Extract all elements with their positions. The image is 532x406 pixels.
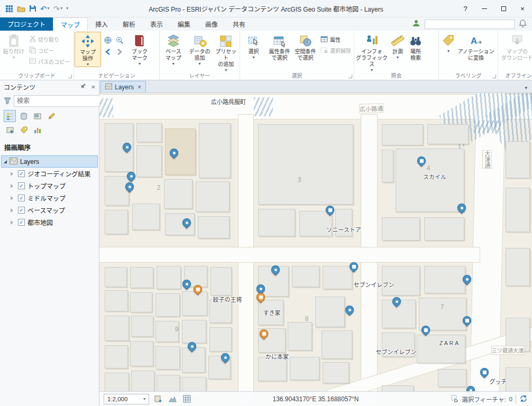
attributes-button[interactable]: 属性: [318, 34, 353, 45]
save-icon[interactable]: [29, 5, 36, 12]
map-tab-layers[interactable]: Layers ×: [100, 81, 146, 93]
layer-checkbox[interactable]: ✓: [18, 195, 25, 201]
measure-button[interactable]: 計測 ▾: [389, 32, 407, 60]
signed-in-user-icon[interactable]: [412, 19, 420, 29]
dialog-launcher-icon[interactable]: [68, 75, 72, 78]
paste-icon: [7, 33, 20, 49]
ribbon-group-clipboard: 貼り付け ▾ 切り取り コピー パスのコピー クリップボード: [0, 31, 74, 80]
tab-project[interactable]: プロジェクト: [0, 17, 53, 31]
scale-combobox[interactable]: 1:2,000 ▾: [104, 394, 149, 404]
list-by-selection-button[interactable]: [31, 110, 43, 122]
cut-button[interactable]: 切り取り: [27, 34, 72, 45]
map-building: [105, 210, 128, 234]
expander-icon[interactable]: [11, 208, 15, 213]
layer-checkbox[interactable]: ✓: [18, 182, 25, 189]
layer-item[interactable]: ✓ベースマップ: [1, 204, 98, 216]
add-data-label: データの 追加: [189, 49, 210, 61]
tab-share[interactable]: 共有: [225, 17, 253, 31]
fixed-zoom-in-button[interactable]: [114, 35, 125, 45]
expander-icon[interactable]: [4, 160, 7, 163]
tab-analysis[interactable]: 解析: [115, 17, 143, 31]
edit-pencil-button[interactable]: [45, 110, 57, 122]
expander-icon[interactable]: [11, 172, 15, 176]
bookmark-add-icon[interactable]: [153, 394, 163, 404]
tab-insert[interactable]: 挿入: [88, 17, 115, 31]
dialog-launcher-icon[interactable]: [492, 75, 496, 78]
sync-views-icon[interactable]: [167, 394, 178, 404]
refresh-icon[interactable]: [519, 394, 528, 404]
place-pin[interactable]: [344, 304, 356, 316]
explore-label: マップ 操作: [80, 49, 96, 62]
scale-value: 1:2,000: [107, 396, 127, 402]
clear-selection-button[interactable]: 選択解除: [318, 45, 353, 56]
previous-extent-button[interactable]: [103, 47, 113, 57]
layer-checkbox[interactable]: ✓: [18, 219, 25, 226]
locate-button[interactable]: 場所 検索: [407, 32, 425, 61]
layer-item[interactable]: ✓ミドルマップ: [1, 192, 98, 204]
dialog-launcher-icon[interactable]: [348, 75, 352, 78]
tab-edit[interactable]: 編集: [170, 17, 198, 31]
layer-checkbox[interactable]: ✓: [18, 170, 25, 177]
search-input[interactable]: [17, 97, 99, 105]
grid-icon[interactable]: [181, 394, 192, 404]
list-by-charts-button[interactable]: [31, 124, 43, 136]
infographics-button[interactable]: インフォ グラフィックス ▾: [355, 32, 389, 72]
copy-label: コピー: [38, 47, 54, 54]
labeling-button[interactable]: ▾: [439, 32, 457, 53]
expander-icon[interactable]: [11, 220, 15, 225]
project-icon[interactable]: [5, 5, 13, 13]
tab-map[interactable]: マップ: [53, 17, 88, 31]
layer-item-layers[interactable]: Layers: [1, 155, 98, 168]
tab-imagery[interactable]: 画像: [198, 17, 225, 31]
notifications-bell-icon[interactable]: [519, 19, 527, 29]
select-by-location-button[interactable]: 空間条件 で選択: [292, 32, 318, 61]
full-extent-button[interactable]: [103, 35, 113, 45]
add-preset-button[interactable]: プリセット の追加 ▾: [213, 32, 239, 72]
redo-button[interactable]: ↷▾: [53, 5, 63, 13]
selected-features-icon: [451, 395, 458, 403]
map-building: [323, 266, 352, 289]
list-by-source-button[interactable]: [17, 110, 30, 122]
filter-icon[interactable]: [4, 97, 11, 106]
list-by-labeling-button[interactable]: [17, 124, 30, 136]
cut-label: 切り取り: [38, 35, 59, 43]
explore-button[interactable]: マップ 操作 ▾: [75, 32, 101, 67]
open-project-icon[interactable]: [17, 5, 25, 12]
crosswalk-hatch: [474, 121, 501, 133]
convert-to-annotation-button[interactable]: A アノテーション に変換: [457, 32, 494, 61]
sign-in-status-box[interactable]: [425, 20, 515, 29]
list-by-drawing-order-button[interactable]: [4, 110, 16, 122]
add-data-button[interactable]: データの 追加 ▾: [187, 32, 213, 66]
copy-button[interactable]: コピー: [27, 45, 72, 56]
pin-pane-icon[interactable]: [80, 83, 86, 90]
layer-item[interactable]: ✓ジオコーディング結果: [1, 168, 98, 180]
close-pane-icon[interactable]: ×: [91, 83, 95, 91]
maximize-button[interactable]: [494, 0, 513, 17]
minimize-button[interactable]: [475, 0, 494, 17]
close-map-tab-icon[interactable]: ×: [137, 84, 141, 91]
download-map-button[interactable]: マップの ダウンロード: [499, 32, 532, 61]
map-building: [105, 267, 127, 287]
undo-button[interactable]: ↶▾: [40, 5, 50, 13]
map-building: [182, 320, 206, 343]
close-button[interactable]: ×: [513, 0, 532, 17]
paste-button[interactable]: 貼り付け ▾: [1, 32, 27, 60]
next-extent-button[interactable]: [114, 47, 125, 57]
customize-qat-button[interactable]: ▾: [66, 6, 68, 11]
layer-checkbox[interactable]: ✓: [18, 207, 25, 214]
layer-item[interactable]: ✓トップマップ: [1, 180, 98, 192]
expander-icon[interactable]: [11, 196, 15, 200]
layer-item[interactable]: ✓都市地図: [1, 216, 98, 228]
select-by-attributes-button[interactable]: 属性条件 で選択: [267, 32, 292, 61]
bookmarks-button[interactable]: ブック マーク ▾: [126, 32, 153, 66]
map-canvas[interactable]: 1:2,000 ▾ 136.9043170°E 35.1688057°N 選択フ…: [99, 93, 532, 406]
list-by-editing-button[interactable]: [4, 124, 16, 136]
basemap-button[interactable]: ベース マップ ▾: [160, 32, 187, 66]
help-button[interactable]: ?: [456, 0, 475, 17]
copy-path-button[interactable]: パスのコピー: [27, 56, 72, 67]
caret-down-icon: ▾: [397, 56, 399, 60]
expander-icon[interactable]: [11, 184, 15, 188]
tab-view[interactable]: 表示: [143, 17, 170, 31]
select-button[interactable]: 選択 ▾: [241, 32, 267, 60]
tab-list-caret-icon[interactable]: ▾: [525, 85, 532, 93]
